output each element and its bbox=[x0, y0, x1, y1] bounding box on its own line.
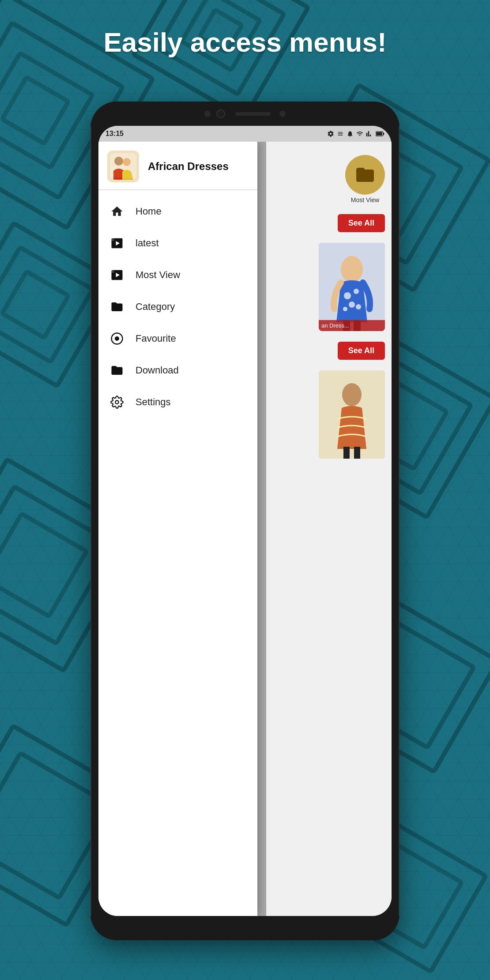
media-icon bbox=[337, 130, 344, 137]
drawer-item-category[interactable]: Category bbox=[98, 291, 257, 323]
folder-icon bbox=[354, 164, 376, 185]
phone-bottom-bar bbox=[90, 916, 400, 940]
camera-dot-1 bbox=[204, 111, 211, 117]
drawer-panel: African Dresses Home bbox=[98, 142, 257, 916]
home-label: Home bbox=[136, 206, 162, 217]
latest-icon bbox=[109, 235, 125, 251]
camera-dot-2 bbox=[279, 111, 286, 117]
dress-card-1[interactable]: an Dress... bbox=[319, 243, 385, 331]
drawer-item-home[interactable]: Home bbox=[98, 196, 257, 227]
svg-point-7 bbox=[349, 302, 355, 308]
svg-rect-14 bbox=[343, 447, 350, 459]
see-all-button-2[interactable]: See All bbox=[338, 342, 385, 360]
signal-icon bbox=[366, 130, 373, 137]
bell-icon bbox=[347, 130, 354, 137]
drawer-header: African Dresses bbox=[98, 142, 257, 190]
settings-label: Settings bbox=[136, 396, 171, 408]
svg-point-26 bbox=[115, 337, 119, 340]
svg-point-9 bbox=[356, 304, 361, 309]
svg-rect-15 bbox=[354, 447, 360, 459]
drawer-item-most-view[interactable]: Most View bbox=[98, 259, 257, 291]
dress-illustration bbox=[319, 243, 385, 331]
drawer-menu: Home latest bbox=[98, 190, 257, 423]
phone-top-bar bbox=[90, 102, 400, 126]
favourite-icon bbox=[109, 331, 125, 347]
svg-rect-1 bbox=[376, 132, 382, 136]
most-view-icon bbox=[109, 267, 125, 283]
settings-icon bbox=[109, 394, 125, 410]
download-label: Download bbox=[136, 365, 179, 376]
drawer-app-name: African Dresses bbox=[148, 160, 229, 173]
status-bar: 13:15 bbox=[98, 126, 392, 142]
status-icons bbox=[327, 130, 384, 137]
drawer-item-settings[interactable]: Settings bbox=[98, 386, 257, 418]
app-icon bbox=[107, 151, 139, 182]
gear-icon bbox=[327, 130, 334, 137]
drawer-item-favourite[interactable]: Favourite bbox=[98, 323, 257, 354]
svg-point-17 bbox=[114, 157, 123, 166]
svg-point-27 bbox=[115, 400, 119, 404]
dress-image-1 bbox=[319, 243, 385, 331]
category-label: Category bbox=[136, 301, 175, 313]
download-icon bbox=[109, 362, 125, 378]
svg-rect-21 bbox=[112, 238, 114, 241]
dress-card-2[interactable] bbox=[319, 370, 385, 459]
svg-point-13 bbox=[342, 383, 362, 406]
right-panel: Most View See All bbox=[266, 142, 392, 916]
page-title: Easily access menus! bbox=[0, 26, 490, 58]
svg-point-6 bbox=[354, 289, 359, 294]
dress-illustration-2 bbox=[319, 370, 385, 459]
most-view-label: Most View bbox=[351, 196, 379, 204]
see-all-button-1[interactable]: See All bbox=[338, 214, 385, 232]
drawer-item-latest[interactable]: latest bbox=[98, 227, 257, 259]
wifi-icon bbox=[356, 130, 363, 137]
dress-image-2 bbox=[319, 370, 385, 459]
app-content: Most View See All bbox=[98, 142, 392, 916]
svg-point-4 bbox=[341, 256, 363, 283]
app-icon-image bbox=[110, 153, 136, 180]
home-icon bbox=[109, 204, 125, 219]
status-time: 13:15 bbox=[106, 130, 124, 138]
category-icon bbox=[109, 299, 125, 315]
battery-icon bbox=[376, 130, 384, 137]
svg-rect-24 bbox=[112, 270, 114, 273]
dress-label-1: an Dress... bbox=[319, 320, 385, 331]
svg-rect-2 bbox=[383, 133, 384, 135]
most-view-circle bbox=[345, 155, 385, 195]
svg-point-5 bbox=[344, 292, 351, 299]
front-camera bbox=[216, 109, 225, 118]
favourite-label: Favourite bbox=[136, 333, 176, 344]
phone-frame: 13:15 bbox=[90, 102, 400, 940]
phone-screen: 13:15 bbox=[98, 126, 392, 916]
most-view-section: Most View bbox=[345, 155, 385, 204]
drawer-item-download[interactable]: Download bbox=[98, 354, 257, 386]
speaker-grill bbox=[235, 112, 271, 116]
svg-point-18 bbox=[123, 158, 131, 166]
most-view-menu-label: Most View bbox=[136, 269, 180, 281]
latest-label: latest bbox=[136, 237, 159, 249]
svg-point-8 bbox=[343, 307, 347, 311]
